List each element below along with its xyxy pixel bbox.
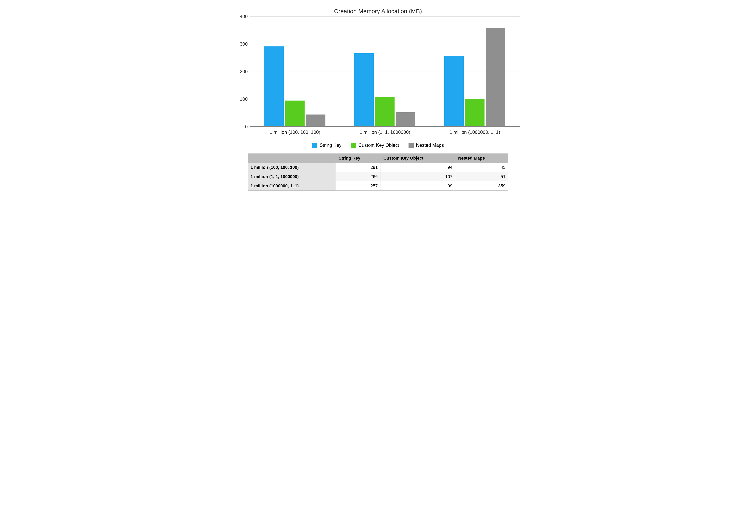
y-axis: 0 100 200 300 400 [236, 16, 250, 127]
legend: String Key Custom Key Object Nested Maps [236, 142, 520, 148]
table-row-header: 1 million (1000000, 1, 1) [248, 181, 336, 190]
y-tick: 200 [240, 69, 248, 74]
chart-title: Creation Memory Allocation (MB) [236, 8, 520, 14]
bar [444, 56, 464, 127]
bar [264, 46, 284, 126]
table-corner [248, 154, 336, 163]
bar [375, 97, 394, 126]
bar-group [250, 16, 340, 126]
bar [354, 53, 374, 126]
x-axis-labels: 1 million (100, 100, 100) 1 million (1, … [250, 127, 520, 135]
chart-container: Creation Memory Allocation (MB) 0 100 20… [236, 8, 520, 190]
table-cell: 99 [381, 181, 455, 190]
legend-item: String Key [312, 142, 341, 148]
bar [306, 114, 325, 126]
legend-label: String Key [320, 142, 341, 148]
bar [465, 99, 484, 126]
table-cell: 291 [336, 163, 381, 172]
y-tick: 300 [240, 41, 248, 47]
table-header-row: String Key Custom Key Object Nested Maps [248, 154, 508, 163]
legend-item: Nested Maps [409, 142, 444, 148]
legend-label: Nested Maps [416, 142, 444, 148]
bar-group [340, 16, 430, 126]
table-row: 1 million (100, 100, 100) 291 94 43 [248, 163, 508, 172]
table-cell: 359 [455, 181, 508, 190]
bar [285, 101, 305, 126]
y-tick: 400 [240, 14, 248, 19]
data-table: String Key Custom Key Object Nested Maps… [248, 153, 508, 190]
plot: 0 100 200 300 400 [236, 16, 520, 127]
x-label: 1 million (100, 100, 100) [250, 127, 340, 135]
table-col-header: Nested Maps [455, 154, 508, 163]
y-tick: 0 [245, 124, 248, 129]
legend-label: Custom Key Object [358, 142, 399, 148]
x-label: 1 million (1000000, 1, 1) [430, 127, 520, 135]
table-cell: 51 [455, 172, 508, 181]
legend-item: Custom Key Object [351, 142, 399, 148]
table-row-header: 1 million (100, 100, 100) [248, 163, 336, 172]
table-cell: 43 [455, 163, 508, 172]
table-col-header: Custom Key Object [381, 154, 455, 163]
table-cell: 107 [381, 172, 455, 181]
x-label: 1 million (1, 1, 1000000) [340, 127, 430, 135]
plot-area [250, 16, 520, 127]
table-row: 1 million (1, 1, 1000000) 266 107 51 [248, 172, 508, 181]
bar [396, 112, 416, 126]
table-cell: 266 [336, 172, 381, 181]
legend-swatch [409, 143, 414, 148]
bar [486, 28, 505, 126]
bar-group [430, 16, 520, 126]
y-tick: 100 [240, 96, 248, 102]
table-row-header: 1 million (1, 1, 1000000) [248, 172, 336, 181]
table-cell: 257 [336, 181, 381, 190]
legend-swatch [351, 143, 356, 148]
table-col-header: String Key [336, 154, 381, 163]
table-cell: 94 [381, 163, 455, 172]
legend-swatch [312, 143, 317, 148]
table-row: 1 million (1000000, 1, 1) 257 99 359 [248, 181, 508, 190]
